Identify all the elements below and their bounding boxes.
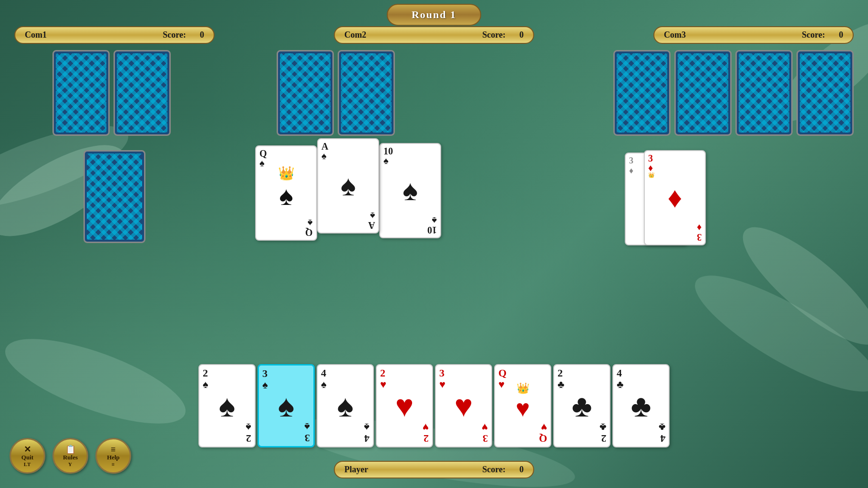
ace-spades-center: ♠ bbox=[341, 172, 356, 200]
com1-cards bbox=[52, 50, 171, 136]
player-card-4-spades[interactable]: 4♠ ♠ 4♠ bbox=[317, 364, 374, 447]
com1-card-2 bbox=[114, 50, 171, 136]
com1-panel: Com1 Score: 0 bbox=[14, 26, 215, 44]
com3-name: Com3 bbox=[664, 30, 783, 40]
com2-card-2 bbox=[338, 50, 395, 136]
queen-spades-rank-bottom: Q♠ bbox=[305, 218, 313, 237]
round-badge: Round 1 bbox=[387, 4, 481, 26]
player-card-2-hearts[interactable]: 2♥ ♥ 2♥ bbox=[376, 364, 433, 447]
com2-card-1 bbox=[277, 50, 334, 136]
com1-name: Com1 bbox=[25, 30, 144, 40]
ten-spades-center: ♠ bbox=[403, 176, 418, 205]
com3-card-4 bbox=[796, 50, 854, 136]
com3-card-1 bbox=[613, 50, 671, 136]
three-of-diamonds-card[interactable]: 3♦ 👑 ♦ 3♦ bbox=[644, 150, 706, 245]
ten-spades-rank-top: 10♠ bbox=[383, 146, 393, 165]
ace-spades-rank-bottom: A♠ bbox=[368, 211, 375, 230]
deck-card[interactable] bbox=[83, 150, 145, 243]
player-card-3-spades[interactable]: 3♠ ♠ 3♠ bbox=[258, 364, 315, 447]
ace-spades-rank-top: A♠ bbox=[321, 142, 328, 161]
com1-card-1 bbox=[52, 50, 110, 136]
com2-panel: Com2 Score: 0 bbox=[334, 26, 534, 44]
com1-score-label: Score: bbox=[163, 30, 186, 40]
player-card-q-hearts[interactable]: Q♥ 👑 ♥ Q♥ bbox=[494, 364, 551, 447]
help-icon: ≡ bbox=[111, 445, 115, 454]
com3-cards bbox=[613, 50, 854, 136]
rules-button[interactable]: 📋 Rules Y bbox=[52, 438, 88, 474]
com2-score: 0 bbox=[509, 30, 524, 40]
com3-card-2 bbox=[674, 50, 732, 136]
player-panel: Player Score: 0 bbox=[334, 461, 534, 478]
quit-label: Quit bbox=[21, 454, 33, 461]
help-label: Help bbox=[107, 454, 120, 461]
com2-name: Com2 bbox=[344, 30, 463, 40]
queen-spades-center: ♠ bbox=[278, 181, 295, 211]
queen-figure: 👑 bbox=[278, 165, 295, 181]
quit-button[interactable]: ✕ Quit LT bbox=[10, 438, 45, 474]
player-hand: 2♠ ♠ 2♠ 3♠ ♠ 3♠ 4♠ ♠ 4♠ 2♥ ♥ 2♥ 3♥ ♥ 3♥ … bbox=[198, 364, 670, 447]
rules-icon: 📋 bbox=[65, 445, 76, 454]
player-name: Player bbox=[344, 465, 463, 475]
queen-spades-rank-top: Q♠ bbox=[259, 149, 267, 168]
quit-icon: ✕ bbox=[24, 445, 31, 454]
player-card-3-hearts[interactable]: 3♥ ♥ 3♥ bbox=[435, 364, 492, 447]
help-button[interactable]: ≡ Help ≡ bbox=[95, 438, 131, 474]
help-sub: ≡ bbox=[112, 461, 115, 467]
bottom-buttons: ✕ Quit LT 📋 Rules Y ≡ Help ≡ bbox=[10, 438, 131, 474]
three-diamonds-center: ♦ bbox=[668, 183, 682, 212]
com3-score: 0 bbox=[829, 30, 843, 40]
three-diamonds-rank-bottom: 3♦ bbox=[697, 223, 702, 242]
player-score: 0 bbox=[509, 465, 524, 475]
player-card-4-clubs[interactable]: 4♣ ♣ 4♣ bbox=[612, 364, 670, 447]
player-card-2-spades[interactable]: 2♠ ♠ 2♠ bbox=[198, 364, 256, 447]
com3-score-label: Score: bbox=[802, 30, 825, 40]
player-score-label: Score: bbox=[482, 465, 506, 475]
three-diamonds-rank-top: 3♦ 👑 bbox=[648, 153, 655, 178]
ace-of-spades-card[interactable]: A♠ ♠ A♠ bbox=[317, 138, 379, 234]
ten-of-spades-card[interactable]: 10♠ ♠ 10♠ bbox=[379, 143, 441, 238]
rules-sub: Y bbox=[68, 461, 72, 467]
com2-cards bbox=[277, 50, 395, 136]
com2-score-label: Score: bbox=[482, 30, 506, 40]
ten-spades-rank-bottom: 10♠ bbox=[427, 216, 437, 235]
com1-score: 0 bbox=[190, 30, 204, 40]
rules-label: Rules bbox=[63, 454, 78, 461]
player-card-2-clubs[interactable]: 2♣ ♣ 2♣ bbox=[553, 364, 610, 447]
queen-of-spades-card[interactable]: Q♠ 👑 ♠ Q♠ bbox=[255, 145, 317, 241]
quit-sub: LT bbox=[24, 461, 31, 467]
com3-panel: Com3 Score: 0 bbox=[653, 26, 854, 44]
com3-card-3 bbox=[735, 50, 793, 136]
